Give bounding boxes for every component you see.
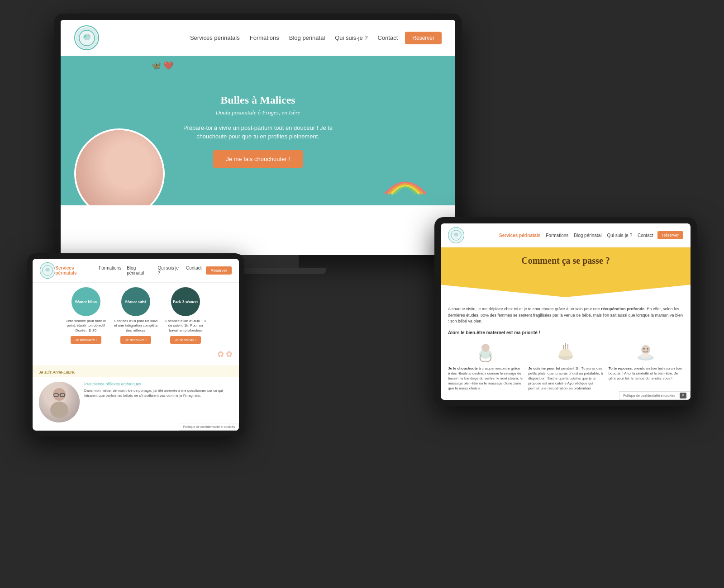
hero-baby-image bbox=[74, 128, 165, 205]
svg-point-5 bbox=[132, 185, 139, 195]
nav-reserver-button[interactable]: Réserver bbox=[405, 32, 442, 44]
monitor-frame: Services périnatals Formations Blog péri… bbox=[54, 14, 462, 255]
svg-point-6 bbox=[138, 183, 144, 193]
service-pack-button[interactable]: Je découvre ! bbox=[170, 336, 201, 344]
nav-links: Services périnatals Formations Blog péri… bbox=[190, 34, 398, 41]
how-feature-rest: Tu te reposes, prends un bon bain ou un … bbox=[609, 341, 683, 391]
service-suivi-desc: Séances d'1h pour un suivi et une intégr… bbox=[113, 319, 158, 333]
about-label-text: Je suis Anne-Laure, bbox=[39, 370, 75, 375]
how-title: Comment ça se passe ? bbox=[449, 256, 682, 266]
hero-cta-button[interactable]: Je me fais chouchouter ! bbox=[213, 150, 303, 168]
how-intro: A chaque visite, je me déplace chez toi … bbox=[448, 306, 683, 325]
tablet-left-nav-links: Services périnatals Formations Blog péri… bbox=[55, 266, 201, 275]
svg-point-26 bbox=[643, 348, 645, 350]
how-feature-cooking-desc: Je cuisine pour toi pendant 1h. Tu auras… bbox=[528, 366, 603, 391]
main-nav: Services périnatals Formations Blog péri… bbox=[61, 20, 455, 56]
hero-rainbow-decoration bbox=[383, 169, 428, 196]
service-suivi-circle: Séance suivi bbox=[121, 287, 150, 316]
svg-point-9 bbox=[45, 268, 50, 271]
nav-item-contact[interactable]: Contact bbox=[378, 34, 398, 41]
about-section: Praticienne réflexes archaïques Dans mon… bbox=[33, 377, 239, 427]
tr-nav-reserver-button[interactable]: Réserver bbox=[657, 231, 683, 239]
tr-nav-services[interactable]: Services périnatals bbox=[499, 233, 540, 238]
tablet-right-screen: Services périnatals Formations Blog péri… bbox=[441, 223, 691, 400]
tl-nav-quisuisje[interactable]: Qui suis je ? bbox=[157, 266, 181, 275]
tr-cookie-close[interactable]: ✕ bbox=[680, 393, 686, 398]
nav-item-formations[interactable]: Formations bbox=[250, 34, 279, 41]
service-bilan-circle: Séance bilan bbox=[71, 287, 100, 316]
nav-item-quisuisje[interactable]: Qui suis-je ? bbox=[335, 34, 367, 41]
tr-privacy-bar[interactable]: Politique de confidentialité et cookies … bbox=[619, 391, 691, 400]
tl-nav-blog[interactable]: Blog périnatal bbox=[127, 266, 152, 275]
how-feature-cooking: Je cuisine pour toi pendant 1h. Tu auras… bbox=[528, 341, 603, 391]
monitor-screen: Services périnatals Formations Blog péri… bbox=[61, 20, 455, 255]
how-section: Comment ça se passe ? A chaque visite, j… bbox=[441, 247, 691, 400]
tablet-right: Services périnatals Formations Blog péri… bbox=[434, 217, 697, 406]
about-description: Dans mon métier de monitrice de portage,… bbox=[84, 388, 233, 398]
cooking-icon bbox=[554, 341, 577, 363]
service-card-bilan: Séance bilan 1ère séance pour faire le p… bbox=[63, 287, 109, 344]
hero-butterflies-decoration: 🦋 ❤️ bbox=[151, 61, 173, 71]
services-flower-decoration: ✿ ✿ bbox=[39, 349, 233, 359]
svg-point-7 bbox=[143, 185, 150, 194]
service-card-suivi: Séance suivi Séances d'1h pour un suivi … bbox=[113, 287, 158, 344]
tr-nav-quisuisje[interactable]: Qui suis-je ? bbox=[607, 233, 632, 238]
tl-nav-formations[interactable]: Formations bbox=[99, 266, 121, 275]
how-body: A chaque visite, je me déplace chez toi … bbox=[441, 302, 691, 400]
about-role: Praticienne réflexes archaïques bbox=[84, 382, 233, 386]
service-card-pack: Pack 3 séances 1 séance bilan d'1h30 + 2… bbox=[163, 287, 208, 344]
tablet-left: Services périnatals Formations Blog péri… bbox=[27, 253, 244, 436]
tablet-left-frame: Services périnatals Formations Blog péri… bbox=[27, 253, 244, 436]
hero-subtitle: Doula postnatale à Froges, en Isère bbox=[172, 109, 344, 116]
tl-nav-services[interactable]: Services périnatals bbox=[55, 266, 93, 275]
hero-description: Prépare-toi à vivre un post-partum tout … bbox=[172, 123, 344, 141]
svg-point-10 bbox=[53, 388, 66, 401]
service-cards: Séance bilan 1ère séance pour faire le p… bbox=[39, 287, 233, 344]
hero-title: Bulles à Malices bbox=[172, 94, 344, 106]
svg-point-4 bbox=[129, 190, 152, 205]
svg-point-27 bbox=[647, 348, 648, 350]
tl-nav-reserver-button[interactable]: Réserver bbox=[206, 266, 232, 275]
site-logo bbox=[74, 25, 99, 50]
tablet-right-frame: Services périnatals Formations Blog péri… bbox=[434, 217, 697, 406]
desktop-monitor: Services périnatals Formations Blog péri… bbox=[54, 14, 462, 274]
svg-point-18 bbox=[481, 344, 490, 352]
about-label-bar: Je suis Anne-Laure, bbox=[33, 365, 239, 377]
tablet-right-nav-links: Services périnatals Formations Blog péri… bbox=[499, 233, 653, 238]
tablet-left-logo bbox=[40, 262, 55, 279]
rest-icon bbox=[634, 341, 657, 363]
tl-nav-contact[interactable]: Contact bbox=[186, 266, 201, 275]
about-photo-inner bbox=[39, 382, 80, 422]
about-text: Praticienne réflexes archaïques Dans mon… bbox=[84, 382, 233, 398]
how-feature-massage-desc: Je te chouchoute à chaque rencontre grâc… bbox=[448, 366, 523, 391]
tablet-left-nav: Services périnatals Formations Blog péri… bbox=[33, 259, 239, 283]
svg-point-25 bbox=[640, 353, 651, 359]
how-bold-text: Alors le bien-être maternel est ma prior… bbox=[448, 330, 683, 335]
tr-nav-formations[interactable]: Formations bbox=[546, 233, 568, 238]
how-banner: Comment ça se passe ? bbox=[441, 247, 691, 297]
tr-nav-contact[interactable]: Contact bbox=[638, 233, 653, 238]
tablet-left-screen: Services périnatals Formations Blog péri… bbox=[33, 259, 239, 431]
hero-content: Bulles à Malices Doula postnatale à Frog… bbox=[154, 85, 362, 177]
tr-nav-blog[interactable]: Blog périnatal bbox=[574, 233, 601, 238]
nav-item-services[interactable]: Services périnatals bbox=[190, 34, 240, 41]
nav-item-blog[interactable]: Blog périnatal bbox=[289, 34, 325, 41]
massage-icon bbox=[474, 341, 497, 363]
svg-point-24 bbox=[641, 345, 650, 354]
service-pack-desc: 1 séance bilan d'1h30 + 2 de suivi d'1h.… bbox=[163, 319, 208, 333]
how-features: Je te chouchoute à chaque rencontre grâc… bbox=[448, 341, 683, 391]
svg-point-16 bbox=[454, 232, 458, 236]
service-bilan-button[interactable]: Je découvre ! bbox=[71, 336, 101, 344]
privacy-bar[interactable]: Politique de confidentialité et cookies bbox=[179, 423, 239, 431]
service-bilan-desc: 1ère séance pour faire le point, établir… bbox=[63, 319, 109, 333]
how-feature-rest-desc: Tu te reposes, prends un bon bain ou un … bbox=[609, 366, 683, 381]
service-pack-circle: Pack 3 séances bbox=[171, 287, 200, 316]
tablet-right-nav: Services périnatals Formations Blog péri… bbox=[441, 223, 691, 247]
tablet-right-logo bbox=[448, 227, 464, 243]
hero-section: ✿ ✿ ✿ 🦋 ❤️ Bulles à Malices Doula postna… bbox=[61, 56, 455, 205]
how-feature-massage: Je te chouchoute à chaque rencontre grâc… bbox=[448, 341, 523, 391]
svg-point-11 bbox=[50, 402, 68, 418]
service-suivi-button[interactable]: Je découvre ! bbox=[120, 336, 151, 344]
svg-point-2 bbox=[84, 35, 86, 38]
services-section: Séance bilan 1ère séance pour faire le p… bbox=[33, 283, 239, 365]
